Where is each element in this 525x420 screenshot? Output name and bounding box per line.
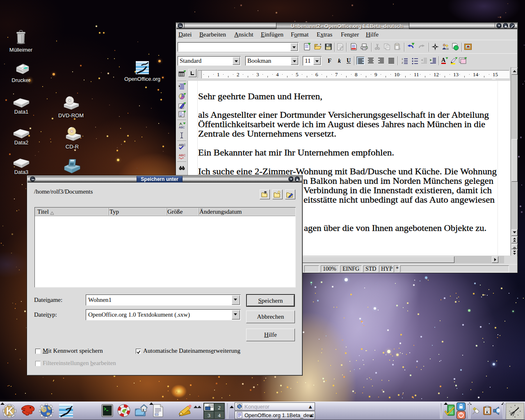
svg-text:ABC: ABC <box>179 143 186 147</box>
svg-text:U: U <box>347 57 351 64</box>
svg-text:k: k <box>338 58 341 64</box>
svg-text:F: F <box>328 57 331 64</box>
svg-text:ABC: ABC <box>179 126 185 129</box>
svg-text:K: K <box>6 405 14 417</box>
svg-text:1: 1 <box>402 57 403 61</box>
svg-text:A: A <box>441 57 446 63</box>
svg-text:2: 2 <box>402 61 403 64</box>
svg-text:ABC: ABC <box>179 153 186 157</box>
svg-text:K: K <box>486 410 489 414</box>
